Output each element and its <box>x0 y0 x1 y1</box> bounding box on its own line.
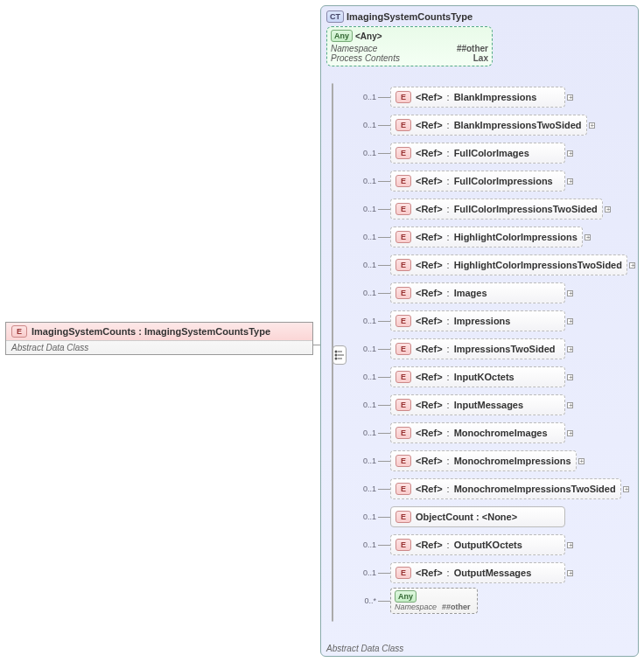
ref-label: <Ref> <box>416 148 443 158</box>
expand-icon[interactable] <box>567 94 573 101</box>
child-row: 0..1E<Ref> : FullColorImpressions <box>346 167 635 195</box>
element-badge: E <box>396 147 411 159</box>
connector-line <box>378 377 390 378</box>
child-row: 0..*Any Namespace ##other <box>346 587 635 615</box>
child-row: 0..1E<Ref> : OutputKOctets <box>346 531 635 559</box>
expand-icon[interactable] <box>567 150 573 157</box>
any-top-label: <Any> <box>355 31 382 41</box>
expand-icon[interactable] <box>605 206 611 213</box>
connector-line <box>378 573 390 574</box>
ref-element-box: E<Ref> : Impressions <box>390 310 565 331</box>
connector-line <box>378 153 390 154</box>
separator: : <box>447 120 450 130</box>
element-name: BlankImpressionsTwoSided <box>454 120 582 130</box>
svg-point-1 <box>335 354 338 357</box>
ref-label: <Ref> <box>416 344 443 354</box>
connector-line <box>378 265 390 266</box>
expand-icon[interactable] <box>567 430 573 436</box>
element-name: InputKOctets <box>454 372 514 382</box>
ref-element-box: E<Ref> : MonochromeImages <box>390 422 565 443</box>
children-list: 0..1E<Ref> : BlankImpressions0..1E<Ref> … <box>346 83 635 631</box>
ref-element-box: E<Ref> : MonochromeImpressionsTwoSided <box>390 478 621 499</box>
element-name: FullColorImpressions <box>454 176 553 186</box>
expand-icon[interactable] <box>567 542 573 548</box>
connector-line <box>378 209 390 210</box>
element-badge: E <box>396 483 411 495</box>
separator: : <box>447 288 450 298</box>
element-name: ImpressionsTwoSided <box>454 344 556 354</box>
connector-line <box>313 345 320 345</box>
separator: : <box>447 176 450 186</box>
element-badge: E <box>396 455 411 467</box>
element-name: FullColorImages <box>454 148 529 158</box>
sequence-connector-icon <box>332 345 346 365</box>
expand-icon[interactable] <box>589 122 595 129</box>
connector-line <box>378 517 390 518</box>
element-name: OutputMessages <box>454 568 532 578</box>
ref-element-box: E<Ref> : MonochromeImpressions <box>390 450 577 471</box>
expand-icon[interactable] <box>584 234 591 240</box>
ref-label: <Ref> <box>416 232 443 242</box>
child-row: 0..1E<Ref> : FullColorImpressionsTwoSide… <box>346 195 635 223</box>
element-badge: E <box>396 511 411 523</box>
separator: : <box>447 344 450 354</box>
expand-icon[interactable] <box>567 570 573 576</box>
element-badge: E <box>396 343 411 355</box>
expand-icon[interactable] <box>567 178 573 185</box>
element-badge: E <box>396 427 411 439</box>
child-row: 0..1E<Ref> : OutputMessages <box>346 559 635 587</box>
ref-label: <Ref> <box>416 540 443 550</box>
cardinality-label: 0..1 <box>346 121 378 129</box>
child-row: 0..1E<Ref> : Impressions <box>346 307 635 335</box>
ref-label: <Ref> <box>416 428 443 438</box>
svg-point-2 <box>335 358 338 360</box>
child-row: 0..1E<Ref> : HighlightColorImpressionsTw… <box>346 251 635 279</box>
child-row: 0..1E<Ref> : Images <box>346 279 635 307</box>
cardinality-label: 0..1 <box>346 568 378 577</box>
connector-line <box>378 489 390 490</box>
connector-line <box>378 237 390 238</box>
expand-icon[interactable] <box>567 402 573 408</box>
child-row: 0..1EObjectCount : <None> <box>346 503 635 531</box>
ct-badge: CT <box>326 10 344 23</box>
element-badge: E <box>396 399 411 411</box>
element-badge: E <box>396 175 411 187</box>
svg-point-0 <box>335 351 338 353</box>
complex-type-box: CT ImagingSystemCountsType Any <Any> Nam… <box>320 5 639 657</box>
expand-icon[interactable] <box>567 374 573 380</box>
separator: : <box>447 456 450 466</box>
cardinality-label: 0..1 <box>346 456 378 465</box>
element-name: OutputKOctets <box>454 540 522 550</box>
cardinality-label: 0..1 <box>346 373 378 381</box>
connector-line <box>378 601 390 602</box>
any-badge: Any <box>331 30 353 42</box>
element-name: BlankImpressions <box>454 92 537 102</box>
separator: : <box>447 372 450 382</box>
expand-icon[interactable] <box>567 318 573 324</box>
root-subtitle: Abstract Data Class <box>6 341 312 354</box>
ref-element-box: E<Ref> : FullColorImpressions <box>390 171 565 192</box>
cardinality-label: 0..1 <box>346 317 378 325</box>
connector-line <box>378 293 390 294</box>
child-row: 0..1E<Ref> : InputMessages <box>346 391 635 419</box>
element-name: InputMessages <box>454 400 523 410</box>
any-pc-key: Process Contents <box>331 53 400 63</box>
ref-element-box: E<Ref> : BlankImpressions <box>390 87 565 108</box>
cardinality-label: 0..1 <box>346 177 378 185</box>
element-name: Images <box>454 288 487 298</box>
child-row: 0..1E<Ref> : BlankImpressions <box>346 83 635 111</box>
separator: : <box>447 428 450 438</box>
root-element: E ImagingSystemCounts : ImagingSystemCou… <box>5 322 313 355</box>
element-name: Impressions <box>454 316 511 326</box>
ref-label: <Ref> <box>416 372 443 382</box>
expand-icon[interactable] <box>623 486 629 492</box>
ref-element-box: E<Ref> : HighlightColorImpressions <box>390 226 583 247</box>
expand-icon[interactable] <box>567 290 573 296</box>
element-name: FullColorImpressionsTwoSided <box>454 204 598 214</box>
any-badge: Any <box>395 590 416 603</box>
separator: : <box>447 316 450 326</box>
expand-icon[interactable] <box>629 262 635 268</box>
expand-icon[interactable] <box>578 458 584 464</box>
element-badge: E <box>396 119 411 131</box>
expand-icon[interactable] <box>567 346 573 352</box>
